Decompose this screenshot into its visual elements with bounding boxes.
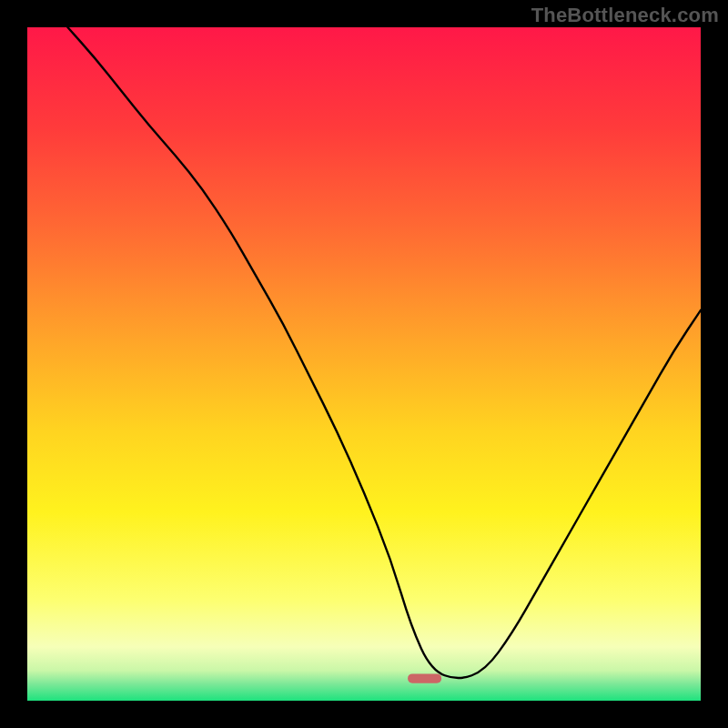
attribution-text: TheBottleneck.com xyxy=(531,4,719,27)
optimum-marker xyxy=(408,673,441,682)
chart-plot-area xyxy=(27,27,701,701)
bottleneck-chart xyxy=(0,0,728,728)
chart-container: TheBottleneck.com xyxy=(0,0,728,728)
